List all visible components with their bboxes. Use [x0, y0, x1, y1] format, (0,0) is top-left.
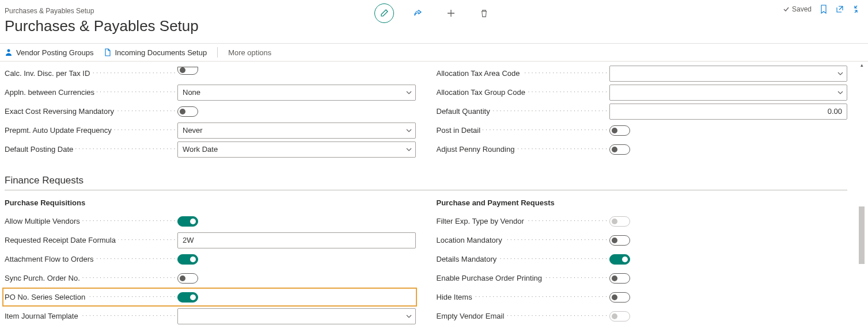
sync-po-label: Sync Purch. Order No. — [5, 274, 177, 282]
delete-icon[interactable] — [475, 3, 494, 23]
person-icon — [5, 48, 13, 56]
filter-exp-label: Filter Exp. Type by Vendor — [437, 217, 609, 225]
chevron-down-icon — [406, 91, 412, 94]
default-posting-select[interactable]: Work Date — [177, 141, 416, 158]
saved-status: Saved — [783, 5, 812, 13]
alloc-tax-group-select[interactable] — [609, 85, 848, 101]
appln-currencies-select[interactable]: None — [177, 85, 416, 101]
attach-flow-toggle[interactable] — [177, 254, 198, 265]
default-posting-label: Default Posting Date — [5, 145, 177, 154]
post-detail-toggle[interactable] — [609, 125, 630, 136]
attach-flow-label: Attachment Flow to Orders — [5, 255, 177, 263]
po-series-toggle[interactable] — [177, 292, 198, 303]
scroll-up-arrow[interactable]: ▴ — [858, 62, 865, 68]
post-detail-label: Post in Detail — [437, 126, 609, 135]
vendor-posting-groups-link[interactable]: Vendor Posting Groups — [5, 48, 93, 57]
hide-items-toggle[interactable] — [609, 292, 630, 303]
collapse-icon[interactable] — [852, 5, 860, 13]
loc-mand-label: Location Mandatory — [437, 236, 609, 244]
vertical-scrollbar[interactable]: ▴ ▾ — [858, 62, 866, 327]
calc-inv-disc-toggle[interactable] — [177, 67, 198, 75]
svg-point-0 — [7, 49, 10, 52]
prepmt-label: Prepmt. Auto Update Frequency — [5, 126, 177, 135]
adjust-penny-label: Adjust Penny Rounding — [437, 145, 609, 154]
adjust-penny-toggle[interactable] — [609, 144, 630, 155]
loc-mand-toggle[interactable] — [609, 235, 630, 246]
edit-icon[interactable] — [374, 3, 394, 23]
alloc-tax-area-select[interactable] — [609, 66, 848, 82]
prepmt-select[interactable]: Never — [177, 123, 416, 139]
filter-exp-toggle — [609, 216, 630, 227]
chevron-down-icon — [406, 148, 412, 151]
allow-multi-toggle[interactable] — [177, 216, 198, 227]
req-receipt-label: Requested Receipt Date Formula — [5, 236, 177, 244]
share-icon[interactable] — [408, 3, 427, 23]
exact-cost-toggle[interactable] — [177, 106, 198, 117]
scroll-thumb[interactable] — [859, 206, 865, 264]
enable-po-print-toggle[interactable] — [609, 273, 630, 284]
default-qty-label: Default Quantity — [437, 107, 609, 116]
default-qty-input[interactable]: 0.00 — [609, 104, 848, 120]
empty-vendor-toggle — [609, 311, 630, 321]
incoming-docs-setup-link[interactable]: Incoming Documents Setup — [104, 48, 207, 57]
alloc-tax-group-label: Allocation Tax Group Code — [437, 88, 609, 97]
det-mand-toggle[interactable] — [609, 254, 630, 265]
po-series-label: PO No. Series Selection — [5, 293, 177, 301]
enable-po-print-label: Enable Purchase Order Printing — [437, 274, 609, 282]
more-options[interactable]: More options — [228, 48, 271, 57]
appln-currencies-label: Appln. between Currencies — [5, 88, 177, 97]
allow-multi-label: Allow Multiple Vendors — [5, 217, 177, 225]
sync-po-toggle[interactable] — [177, 273, 198, 284]
purchase-requisitions-heading: Purchase Requisitions — [5, 198, 416, 207]
det-mand-label: Details Mandatory — [437, 255, 609, 263]
document-icon — [104, 48, 111, 56]
chevron-down-icon — [837, 91, 843, 94]
chevron-down-icon — [406, 129, 412, 132]
exact-cost-label: Exact Cost Reversing Mandatory — [5, 107, 177, 116]
hide-items-label: Hide Items — [437, 293, 609, 301]
chevron-down-icon — [406, 315, 412, 318]
alloc-tax-area-label: Allocation Tax Area Code — [437, 69, 609, 78]
purchase-payment-requests-heading: Purchase and Payment Requests — [437, 198, 848, 207]
popout-icon[interactable] — [836, 5, 844, 13]
separator — [217, 47, 218, 58]
bookmark-icon[interactable] — [820, 5, 828, 14]
calc-inv-disc-label: Calc. Inv. Disc. per Tax ID — [5, 69, 177, 78]
new-icon[interactable] — [441, 3, 461, 23]
item-journal-label: Item Journal Template — [5, 312, 177, 320]
item-journal-select[interactable] — [177, 308, 416, 324]
finance-requests-section[interactable]: Finance Requests — [5, 175, 847, 190]
req-receipt-input[interactable]: 2W — [177, 232, 416, 248]
chevron-down-icon — [837, 72, 843, 75]
empty-vendor-label: Empty Vendor Email — [437, 312, 609, 320]
